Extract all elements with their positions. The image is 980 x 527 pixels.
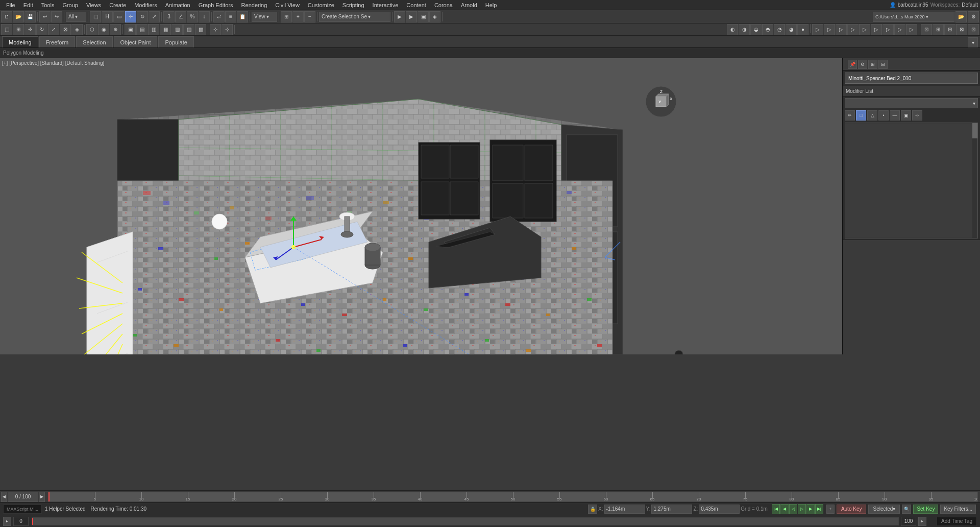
- play-btn[interactable]: ▷: [798, 504, 806, 514]
- menu-civil-view[interactable]: Civil View: [271, 0, 303, 10]
- angle-snap-btn[interactable]: ∠: [175, 11, 186, 22]
- menu-create[interactable]: Create: [105, 0, 130, 10]
- tb2-btn4[interactable]: ↻: [36, 24, 47, 35]
- tb2-btn3[interactable]: ✛: [24, 24, 36, 35]
- tb2-btn5[interactable]: ⤢: [48, 24, 59, 35]
- scene-settings-btn[interactable]: ⚙: [968, 11, 979, 22]
- tb2-render5[interactable]: ◔: [774, 24, 785, 35]
- tb2-btn2[interactable]: ⊞: [13, 24, 24, 35]
- layer-btn[interactable]: 📋: [237, 11, 248, 22]
- tab-modeling[interactable]: Modeling: [2, 36, 38, 47]
- menu-help[interactable]: Help: [481, 0, 501, 10]
- tb2-btn19[interactable]: ⊹: [222, 24, 233, 35]
- tb2-coronabtn9[interactable]: ▷: [906, 24, 917, 35]
- menu-tools[interactable]: Tools: [37, 0, 59, 10]
- next-frame-btn[interactable]: ▶: [806, 504, 815, 514]
- move-btn[interactable]: ✛: [125, 11, 136, 22]
- modifier-list-area[interactable]: [845, 123, 978, 238]
- tb2-btn8[interactable]: ⬡: [86, 24, 97, 35]
- tb2-btn13[interactable]: ▥: [148, 24, 159, 35]
- quick-render-btn[interactable]: ▶: [406, 11, 417, 22]
- viewport[interactable]: [+] [Perspective] [Standard] [Default Sh…: [0, 58, 842, 354]
- tb2-btn18[interactable]: ⊹: [210, 24, 221, 35]
- scene-path-dropdown[interactable]: C:\Users\d...s Max 2020 ▾: [873, 12, 954, 22]
- select-tool-btn[interactable]: ⬚: [90, 11, 101, 22]
- scale-btn[interactable]: ⤢: [149, 11, 160, 22]
- tab-object-paint[interactable]: Object Paint: [114, 36, 158, 47]
- tb2-btn9[interactable]: ◉: [98, 24, 109, 35]
- tb2-render6[interactable]: ◕: [786, 24, 797, 35]
- rp-icon-extra[interactable]: ⊹: [912, 110, 922, 121]
- time-cursor-btn[interactable]: ▸: [3, 517, 11, 526]
- coord-lock-btn[interactable]: 🔒: [588, 505, 597, 514]
- tb2-btn1[interactable]: ⬚: [1, 24, 12, 35]
- tb2-render2[interactable]: ◑: [739, 24, 750, 35]
- tb2-btn14[interactable]: ▦: [160, 24, 171, 35]
- tb2-coronabtn6[interactable]: ▷: [871, 24, 882, 35]
- expand-btn[interactable]: ⊞: [868, 60, 877, 69]
- menu-content[interactable]: Content: [402, 0, 430, 10]
- select-by-name-btn[interactable]: H: [102, 11, 113, 22]
- align-btn[interactable]: ≡: [225, 11, 236, 22]
- z-coord-field[interactable]: 0.435m: [699, 505, 740, 514]
- tb2-last5[interactable]: ⊡: [968, 24, 979, 35]
- x-coord-field[interactable]: -1.164m: [604, 505, 645, 514]
- tb2-coronabtn7[interactable]: ▷: [883, 24, 894, 35]
- add-sel-btn[interactable]: +: [292, 11, 304, 22]
- tb2-last3[interactable]: ⊟: [944, 24, 955, 35]
- menu-scripting[interactable]: Scripting: [338, 0, 369, 10]
- settings-btn[interactable]: ⚙: [858, 60, 867, 69]
- tb2-last2[interactable]: ⊞: [933, 24, 944, 35]
- tb2-render3[interactable]: ◒: [750, 24, 762, 35]
- set-key-btn[interactable]: Set Key: [913, 505, 938, 514]
- tb2-btn11[interactable]: ▣: [125, 24, 136, 35]
- auto-key-btn[interactable]: Auto Key: [837, 505, 867, 514]
- tb2-render7[interactable]: ●: [797, 24, 808, 35]
- rp-icon-face[interactable]: ▣: [901, 110, 911, 121]
- menu-views[interactable]: Views: [82, 0, 105, 10]
- modifier-scrollbar[interactable]: [972, 123, 977, 238]
- new-btn[interactable]: 🗋: [1, 11, 12, 22]
- tb2-btn10[interactable]: ⊕: [110, 24, 121, 35]
- go-first-btn[interactable]: |◀: [772, 504, 780, 514]
- menu-graph-editors[interactable]: Graph Editors: [194, 0, 237, 10]
- tb2-btn16[interactable]: ▨: [183, 24, 194, 35]
- render-frame-btn[interactable]: ▣: [418, 11, 429, 22]
- key-filters-btn[interactable]: Key Filters...: [940, 505, 976, 514]
- spinner-snap-btn[interactable]: ↕: [199, 11, 210, 22]
- tb2-coronabtn4[interactable]: ▷: [847, 24, 859, 35]
- named-sel-sets-btn[interactable]: ⊞: [281, 11, 292, 22]
- frame-input[interactable]: 0: [13, 517, 29, 526]
- tb2-btn17[interactable]: ▩: [195, 24, 206, 35]
- rp-icon-edge[interactable]: —: [890, 110, 900, 121]
- rp-icon-square[interactable]: □: [856, 110, 866, 121]
- tabs-extra-btn[interactable]: ▾: [968, 37, 978, 47]
- tb2-last4[interactable]: ⊠: [956, 24, 967, 35]
- open-scene-btn[interactable]: 📂: [955, 11, 967, 22]
- rotate-btn[interactable]: ↻: [137, 11, 148, 22]
- rp-icon-triangle[interactable]: △: [867, 110, 877, 121]
- rp-icon-vertex[interactable]: •: [878, 110, 889, 121]
- tb2-btn12[interactable]: ▤: [136, 24, 148, 35]
- menu-animation[interactable]: Animation: [161, 0, 194, 10]
- tb2-btn7[interactable]: ◈: [71, 24, 83, 35]
- timeline-frame-display[interactable]: 0 / 100: [8, 492, 38, 502]
- selection-mode-dropdown[interactable]: All ▾: [66, 12, 86, 22]
- y-coord-field[interactable]: 1.275m: [651, 505, 692, 514]
- prev-frame-btn[interactable]: ◀: [780, 504, 789, 514]
- maxscript-btn[interactable]: MAXScript Mi...: [3, 505, 42, 514]
- menu-file[interactable]: File: [2, 0, 19, 10]
- view-dropdown[interactable]: View ▾: [252, 12, 277, 22]
- tab-populate[interactable]: Populate: [158, 36, 193, 47]
- mirror-btn[interactable]: ⇌: [213, 11, 225, 22]
- object-name-field[interactable]: Minotti_Spencer Bed 2_010: [845, 73, 978, 84]
- active-shade-btn[interactable]: ◈: [429, 11, 440, 22]
- menu-customize[interactable]: Customize: [304, 0, 338, 10]
- menu-group[interactable]: Group: [58, 0, 82, 10]
- save-btn[interactable]: 💾: [24, 11, 36, 22]
- add-time-tag-btn[interactable]: Add Time Tag: [937, 517, 977, 526]
- selected-dropdown[interactable]: Selected ▾: [868, 505, 900, 514]
- go-last-btn[interactable]: ▶|: [815, 504, 823, 514]
- sub-sel-btn[interactable]: −: [304, 11, 315, 22]
- pin-btn[interactable]: 📌: [848, 60, 857, 69]
